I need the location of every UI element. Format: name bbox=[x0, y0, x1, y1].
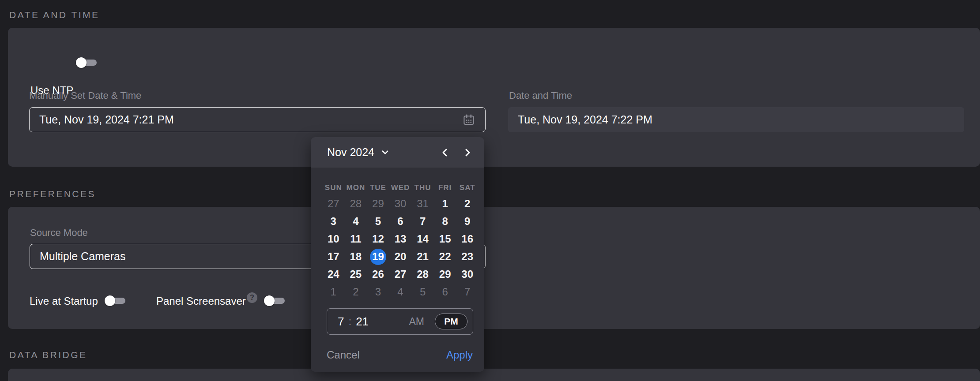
month-navigation bbox=[438, 146, 475, 160]
use-ntp-toggle[interactable] bbox=[77, 60, 97, 66]
date-picker-body: SUNMONTUEWEDTHUFRISAT 272829303112345678… bbox=[311, 168, 484, 372]
use-ntp-toggle-knob bbox=[76, 57, 87, 68]
day-cell[interactable]: 25 bbox=[345, 265, 367, 283]
chevron-left-icon bbox=[440, 147, 450, 158]
current-datetime-label: Date and Time bbox=[509, 90, 572, 101]
time-input-group: 7 : 21 AM PM bbox=[327, 308, 473, 335]
day-cell[interactable]: 22 bbox=[434, 248, 456, 265]
calendar-icon[interactable] bbox=[462, 113, 475, 127]
selected-day-circle: 19 bbox=[370, 249, 386, 265]
day-cell[interactable]: 26 bbox=[367, 265, 389, 283]
day-cell[interactable]: 30 bbox=[456, 265, 479, 283]
day-cell[interactable]: 1 bbox=[434, 195, 456, 213]
panel-screensaver-toggle[interactable] bbox=[265, 298, 285, 304]
day-of-week-label: SUN bbox=[322, 183, 345, 193]
date-picker-header: Nov 2024 bbox=[311, 137, 484, 168]
date-and-time-panel: Use NTP Manually Set Date & Time Tue, No… bbox=[8, 28, 980, 167]
day-cell[interactable]: 14 bbox=[411, 230, 434, 248]
day-of-week-label: SAT bbox=[456, 183, 479, 193]
day-cell[interactable]: 31 bbox=[411, 195, 434, 213]
month-year-dropdown[interactable]: Nov 2024 bbox=[327, 146, 390, 159]
day-cell[interactable]: 7 bbox=[411, 213, 434, 230]
day-cell[interactable]: 3 bbox=[322, 213, 345, 230]
day-cell[interactable]: 20 bbox=[389, 248, 412, 265]
manual-datetime-value: Tue, Nov 19, 2024 7:21 PM bbox=[39, 113, 174, 126]
day-cell[interactable]: 7 bbox=[456, 283, 479, 301]
manual-datetime-label: Manually Set Date & Time bbox=[29, 90, 141, 101]
day-cell[interactable]: 9 bbox=[456, 213, 479, 230]
live-at-startup-toggle-knob bbox=[105, 295, 115, 306]
source-mode-value: Multiple Cameras bbox=[40, 250, 126, 263]
date-picker-footer: Cancel Apply bbox=[327, 344, 473, 366]
month-year-label: Nov 2024 bbox=[327, 146, 374, 159]
pm-button[interactable]: PM bbox=[435, 314, 467, 329]
live-at-startup-toggle[interactable] bbox=[106, 298, 125, 304]
day-cell[interactable]: 10 bbox=[322, 230, 345, 248]
hour-input[interactable]: 7 bbox=[338, 315, 344, 329]
day-of-week-label: MON bbox=[345, 183, 367, 193]
day-cell[interactable]: 5 bbox=[367, 213, 389, 230]
day-cell[interactable]: 6 bbox=[434, 283, 456, 301]
section-header-preferences: PREFERENCES bbox=[9, 189, 96, 199]
current-datetime-value: Tue, Nov 19, 2024 7:22 PM bbox=[508, 107, 964, 132]
section-header-date-and-time: DATE AND TIME bbox=[9, 10, 100, 20]
previous-month-button[interactable] bbox=[438, 146, 452, 160]
day-cell[interactable]: 16 bbox=[456, 230, 479, 248]
day-cell[interactable]: 24 bbox=[322, 265, 345, 283]
manual-datetime-input[interactable]: Tue, Nov 19, 2024 7:21 PM bbox=[29, 107, 486, 132]
live-at-startup-label: Live at Startup bbox=[30, 295, 98, 307]
day-cell[interactable]: 2 bbox=[345, 283, 367, 301]
day-cell[interactable]: 11 bbox=[345, 230, 367, 248]
panel-screensaver-toggle-knob bbox=[264, 295, 275, 306]
day-cell[interactable]: 3 bbox=[367, 283, 389, 301]
calendar-days-grid: 2728293031123456789101112131415161718192… bbox=[322, 195, 479, 301]
settings-page: DATE AND TIME Use NTP Manually Set Date … bbox=[0, 0, 980, 381]
help-icon[interactable]: ? bbox=[247, 292, 257, 303]
day-cell[interactable]: 29 bbox=[367, 195, 389, 213]
day-of-week-label: TUE bbox=[367, 183, 389, 193]
day-cell[interactable]: 4 bbox=[345, 213, 367, 230]
source-mode-label: Source Mode bbox=[30, 227, 88, 239]
day-cell[interactable]: 6 bbox=[389, 213, 412, 230]
day-of-week-label: WED bbox=[389, 183, 412, 193]
day-cell[interactable]: 5 bbox=[411, 283, 434, 301]
day-cell[interactable]: 12 bbox=[367, 230, 389, 248]
apply-button[interactable]: Apply bbox=[446, 349, 473, 361]
panel-screensaver-label: Panel Screensaver bbox=[156, 295, 246, 307]
day-cell[interactable]: 29 bbox=[434, 265, 456, 283]
am-button[interactable]: AM bbox=[409, 316, 425, 328]
day-of-week-header-row: SUNMONTUEWEDTHUFRISAT bbox=[322, 183, 479, 193]
day-cell[interactable]: 15 bbox=[434, 230, 456, 248]
cancel-button[interactable]: Cancel bbox=[327, 349, 360, 361]
day-cell[interactable]: 21 bbox=[411, 248, 434, 265]
chevron-down-icon bbox=[380, 147, 390, 157]
day-cell[interactable]: 13 bbox=[389, 230, 412, 248]
chevron-right-icon bbox=[462, 147, 473, 158]
day-cell[interactable]: 27 bbox=[322, 195, 345, 213]
day-cell[interactable]: 2 bbox=[456, 195, 479, 213]
next-month-button[interactable] bbox=[460, 146, 475, 160]
day-cell[interactable]: 8 bbox=[434, 213, 456, 230]
date-picker-popup: Nov 2024 bbox=[311, 137, 484, 372]
data-bridge-panel bbox=[8, 369, 980, 381]
day-cell[interactable]: 28 bbox=[345, 195, 367, 213]
day-cell[interactable]: 18 bbox=[345, 248, 367, 265]
day-cell-selected[interactable]: 19 bbox=[367, 248, 389, 265]
day-cell[interactable]: 4 bbox=[389, 283, 412, 301]
day-of-week-label: THU bbox=[411, 183, 434, 193]
section-header-data-bridge: DATA BRIDGE bbox=[9, 350, 87, 360]
day-of-week-label: FRI bbox=[434, 183, 456, 193]
preferences-panel: Source Mode Multiple Cameras Live at Sta… bbox=[8, 207, 980, 329]
day-cell[interactable]: 1 bbox=[322, 283, 345, 301]
minute-input[interactable]: 21 bbox=[356, 315, 369, 329]
day-cell[interactable]: 27 bbox=[389, 265, 412, 283]
day-cell[interactable]: 30 bbox=[389, 195, 412, 213]
day-cell[interactable]: 23 bbox=[456, 248, 479, 265]
day-cell[interactable]: 17 bbox=[322, 248, 345, 265]
day-cell[interactable]: 28 bbox=[411, 265, 434, 283]
time-separator: : bbox=[348, 315, 351, 328]
